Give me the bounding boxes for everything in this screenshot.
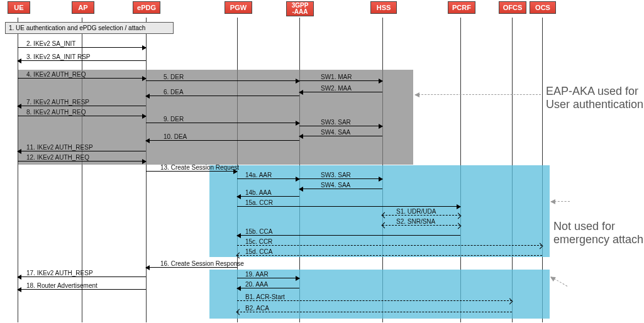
- label-m18: 18. Router Advertisement: [26, 282, 97, 289]
- actor-pcrf: PCRF: [448, 1, 475, 14]
- label-m11: 11. IKEv2 AUTH_RESP: [26, 144, 93, 151]
- actor-ap: AP: [72, 1, 94, 14]
- arrow-m19: [237, 278, 299, 278]
- arrow-m20: [237, 288, 299, 288]
- arrow-m15d: [237, 255, 542, 256]
- label-mB1: B1. ACR-Start: [245, 293, 285, 300]
- label-s2: S2. SNR/SNA: [396, 218, 435, 225]
- lifeline-epdg: [146, 18, 147, 322]
- label-m12: 12. IKEv2 AUTH_REQ: [26, 154, 89, 161]
- actor-pgw: PGW: [225, 1, 252, 14]
- arrow-m12: [18, 161, 146, 162]
- arrow-mB2: [237, 312, 512, 312]
- annot-emerg: Not used for emergency attach: [553, 220, 643, 246]
- label-m20: 20. AAA: [245, 281, 268, 288]
- label-m19: 19. AAR: [245, 271, 269, 278]
- label-m14b: 14b. AAA: [245, 189, 272, 196]
- arrow-sw3b: [299, 178, 382, 179]
- arrow-sw4a: [299, 136, 382, 136]
- label-sw4b: SW4. SAA: [321, 182, 350, 189]
- label-m8: 8. IKEv2 AUTH_REQ: [26, 109, 86, 116]
- arrow-m7: [18, 106, 146, 106]
- label-m17: 17. IKEv2 AUTH_RESP: [26, 270, 93, 276]
- actor-ofcs: OFCS: [499, 1, 526, 14]
- label-sw4a: SW4. SAA: [321, 129, 350, 136]
- label-m15a: 15a. CCR: [245, 199, 273, 206]
- arrow-s2: [382, 225, 460, 226]
- label-sw3a: SW3. SAR: [321, 119, 351, 126]
- arrow-m16: [146, 267, 237, 268]
- label-m5: 5. DER: [164, 74, 184, 80]
- label-m15c: 15c. CCR: [245, 238, 272, 245]
- arrow-m2: [18, 47, 146, 48]
- label-m9: 9. DER: [164, 116, 184, 123]
- label-m7: 7. IKEv2 AUTH_RESP: [26, 99, 89, 106]
- label-m15d: 15d. CCA: [245, 248, 272, 255]
- arrow-sw3a: [299, 126, 382, 126]
- arrow-m17: [18, 276, 146, 277]
- arrow-m13: [146, 171, 237, 172]
- arrow-m3: [18, 60, 146, 61]
- label-m14a: 14a. AAR: [245, 172, 272, 178]
- label-m16: 16. Create Session Response: [160, 260, 244, 267]
- label-s1: S1. UDR/UDA: [396, 208, 436, 215]
- label-m10: 10. DEA: [164, 133, 187, 140]
- annot-eap: EAP-AKA used for User authentication: [546, 85, 643, 111]
- label-sw1: SW1. MAR: [321, 74, 352, 80]
- arrow-m6: [146, 96, 299, 96]
- arrow-m5: [146, 80, 299, 81]
- label-sw2: SW2. MAA: [321, 85, 352, 92]
- annot-arrow-eap: [415, 94, 541, 95]
- arrow-sw4b: [299, 189, 382, 189]
- arrow-m14a: [237, 178, 299, 179]
- annot-arrow-emerg-1: [551, 201, 570, 202]
- annot-arrow-emerg-2: [551, 276, 567, 287]
- label-m3: 3. IKEv2 SA_INIT RSP: [26, 53, 91, 60]
- actor-3gpp-aaa: 3GPP -AAA: [286, 1, 314, 16]
- label-mB2: B2. ACA: [245, 305, 269, 312]
- step1-box: 1. UE authentication and ePDG selection …: [5, 22, 174, 34]
- arrow-m15a: [237, 206, 460, 207]
- actor-hss: HSS: [370, 1, 397, 14]
- actor-ue: UE: [8, 1, 30, 14]
- label-sw3b: SW3. SAR: [321, 172, 351, 178]
- arrow-m4: [18, 78, 146, 79]
- arrow-m11: [18, 151, 146, 151]
- arrow-m8: [18, 116, 146, 116]
- arrow-m9: [146, 123, 299, 123]
- label-m6: 6. DEA: [164, 89, 184, 96]
- arrow-s1: [382, 215, 460, 216]
- arrow-m14b: [237, 196, 299, 197]
- actor-epdg: ePDG: [133, 1, 160, 14]
- arrow-sw1: [299, 80, 382, 81]
- arrow-m15b: [237, 235, 460, 236]
- arrow-m15c: [237, 245, 542, 246]
- label-m15b: 15b. CCA: [245, 228, 272, 235]
- label-m13: 13. Create Session Request: [160, 164, 239, 171]
- label-m4: 4. IKEv2 AUTH_REQ: [26, 71, 86, 78]
- arrow-mB1: [237, 300, 512, 301]
- arrow-m18: [18, 289, 146, 290]
- arrow-m10: [146, 140, 299, 141]
- label-m2: 2. IKEv2 SA_INIT: [26, 40, 75, 47]
- actor-ocs: OCS: [530, 1, 556, 14]
- arrow-sw2: [299, 92, 382, 92]
